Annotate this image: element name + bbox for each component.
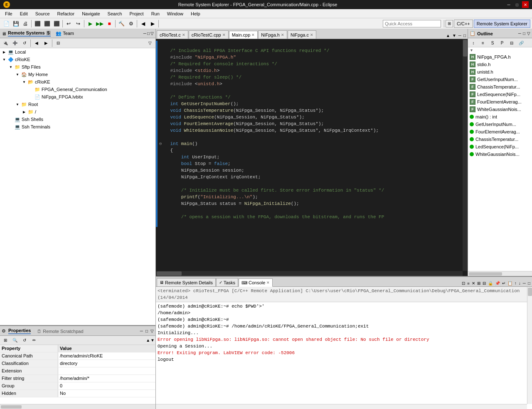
tb-stop[interactable]: ■ — [105, 19, 114, 28]
outline-chassis-func[interactable]: ChassisTemperatur... — [468, 136, 532, 143]
outline-chassis-decl[interactable]: F ChassisTemperatur... — [468, 83, 532, 91]
outline-four-func[interactable]: FourElementAverag... — [468, 128, 532, 136]
tree-myhome[interactable]: ▼ 🏠 My Home — [0, 71, 155, 78]
console-minimize[interactable]: ─ — [522, 280, 527, 286]
rs-maximize[interactable]: □ — [147, 31, 150, 36]
new-button[interactable]: 📄 — [2, 19, 11, 28]
tree-sftp[interactable]: ▼ 📁 Sftp Files — [0, 63, 155, 71]
tab-tasks[interactable]: ✓ Tasks — [216, 278, 238, 286]
tab-remote-system-details[interactable]: 🖥 Remote System Details — [157, 278, 216, 286]
outline-main-func[interactable]: main() : int — [468, 113, 532, 121]
remote-scratchpad-tab[interactable]: 🗒 Remote Scratchpad — [37, 329, 83, 334]
prop-edit[interactable]: ✏ — [30, 336, 39, 345]
rs-connect[interactable]: 🔌 — [1, 39, 10, 48]
outline-maximize[interactable]: □ — [523, 31, 525, 36]
outline-led-func[interactable]: LedSequence(NiFp... — [468, 143, 532, 150]
local-expand[interactable]: ▶ — [2, 49, 7, 54]
tab-nifpga-h[interactable]: NiFpga.h ✕ — [258, 30, 287, 39]
menu-search[interactable]: Search — [104, 10, 126, 18]
outline-hscroll[interactable] — [468, 271, 532, 276]
menu-source[interactable]: Source — [32, 10, 53, 18]
console-content[interactable]: <terminated> cRioTest_FPGA [C/C++ Remote… — [156, 287, 532, 409]
rs-back[interactable]: ◀ — [32, 39, 41, 48]
editor-tab-scroll-down[interactable]: ▼ — [451, 32, 457, 39]
tab-criotestc-close[interactable]: ✕ — [222, 33, 226, 37]
outline-collapse[interactable]: ⊟ — [507, 38, 516, 47]
outline-minimize[interactable]: ─ — [518, 31, 521, 36]
outline-getUserInput-decl[interactable]: F GetUserInputNum... — [468, 76, 532, 83]
outline-unistd-h[interactable]: H unistd.h — [468, 68, 532, 76]
tb-btn-2[interactable]: ⬛ — [33, 19, 42, 28]
tree-lvbitx[interactable]: ▶ 📄 NiFpga_FPGA.lvbitx — [0, 93, 155, 101]
outline-sort[interactable]: ↕ — [469, 38, 478, 47]
tab-console-close[interactable]: ✕ — [266, 281, 270, 285]
menu-edit[interactable]: Edit — [17, 10, 31, 18]
sftp-expand[interactable]: ▼ — [8, 64, 13, 69]
outline-link[interactable]: 🔗 — [517, 38, 526, 47]
myhome-expand[interactable]: ▼ — [15, 72, 20, 77]
tab-main-cpp-close[interactable]: ✕ — [251, 33, 255, 37]
tab-nifpga-h-close[interactable]: ✕ — [281, 33, 284, 37]
prop-filter[interactable]: 🔍 — [10, 336, 20, 345]
outline-white-decl[interactable]: F WhiteGaussianNois... — [468, 106, 532, 113]
tab-console[interactable]: ⌨ Console ✕ — [239, 278, 273, 287]
menu-refactor[interactable]: Refactor — [54, 10, 78, 18]
tree-crioKE-sub[interactable]: ▼ 📂 cRioKE — [0, 78, 155, 86]
outline-getUserInput-func[interactable]: GetUserInputNum... — [468, 121, 532, 128]
console-btn-x[interactable]: ✕ — [471, 280, 476, 286]
maximize-button[interactable]: □ — [514, 1, 520, 8]
rs-new[interactable]: ➕ — [10, 39, 20, 48]
editor-tab-scroll-up[interactable]: ▲ — [445, 32, 451, 39]
tree-fpga-folder[interactable]: ▶ 📁 FPGA_General_Communication — [0, 86, 155, 93]
minimize-button[interactable]: ─ — [505, 1, 512, 8]
prop-maximize[interactable]: □ — [145, 329, 148, 333]
console-maximize[interactable]: □ — [527, 280, 531, 286]
tb-debug[interactable]: ▶▶ — [95, 19, 104, 28]
menu-file[interactable]: File — [2, 10, 16, 18]
cpp-perspective-button[interactable]: C/C++ — [454, 20, 473, 28]
tree-crioKE[interactable]: ▼ 🔷 cRioKE — [0, 56, 155, 63]
outline-menu[interactable]: ▽ — [527, 31, 530, 36]
outline-white-func[interactable]: WhiteGaussianNois... — [468, 150, 532, 158]
tb-run[interactable]: ▶ — [86, 19, 95, 28]
tab-criotest-c[interactable]: cRioTest.c ✕ — [157, 30, 188, 39]
print-button[interactable]: 🖨 — [21, 19, 30, 28]
console-btn-pin[interactable]: 📌 — [494, 280, 501, 286]
crioKE-sub-expand[interactable]: ▼ — [22, 79, 27, 84]
quick-access-input[interactable] — [383, 20, 441, 27]
slash-expand[interactable]: ▶ — [22, 109, 27, 114]
tb-back[interactable]: ◀ — [138, 19, 148, 28]
console-btn-copy[interactable]: 📋 — [507, 280, 513, 286]
tb-btn-build[interactable]: 🔨 — [117, 19, 126, 28]
prop-refresh[interactable]: ↺ — [20, 336, 29, 345]
outline-hide-static[interactable]: S — [488, 38, 497, 47]
tb-btn-3[interactable]: ⬛ — [42, 19, 52, 28]
menu-navigate[interactable]: Navigate — [79, 10, 103, 18]
rs-menu-btn[interactable]: ▽ — [145, 39, 155, 48]
tab-nifpga-c[interactable]: NiFpga.c ✕ — [288, 30, 316, 39]
rs-menu[interactable]: ▽ — [150, 31, 154, 36]
tree-ssh-shells[interactable]: ▶ 💻 Ssh Shells — [0, 116, 155, 123]
tab-criotest-c-close[interactable]: ✕ — [182, 33, 185, 37]
menu-help[interactable]: Help — [187, 10, 204, 18]
tab-main-cpp[interactable]: Main.cpp ✕ — [229, 31, 258, 39]
tb-forward[interactable]: ▶ — [148, 19, 157, 28]
console-btn-scroll-lock[interactable]: 🔒 — [487, 280, 494, 286]
prop-menu[interactable]: ▽ — [150, 329, 154, 333]
close-button[interactable]: ✕ — [522, 1, 529, 8]
outline-led-decl[interactable]: F LedSequence(NiFp... — [468, 91, 532, 98]
rs-minimize[interactable]: ─ — [143, 31, 146, 36]
outline-hide-fields[interactable]: ≡ — [478, 38, 488, 47]
outline-stdio-h[interactable]: H stdio.h — [468, 61, 532, 68]
rs-refresh[interactable]: ↺ — [20, 39, 29, 48]
prop-scroll-up[interactable]: ▲ — [146, 338, 150, 342]
code-block[interactable]: /* Includes all FPGA Interface C API fun… — [159, 41, 466, 227]
rse-perspective-button[interactable]: Remote System Explorer — [474, 20, 530, 28]
tab-criotestc-cpp[interactable]: cRioTestC.cpp ✕ — [189, 30, 229, 39]
tab-nifpga-c-close[interactable]: ✕ — [310, 33, 313, 37]
crioKE-expand[interactable]: ▼ — [2, 57, 7, 62]
menu-project[interactable]: Project — [126, 10, 147, 18]
team-tab[interactable]: 👥 Team — [56, 31, 74, 36]
editor-minimize[interactable]: ─ — [458, 32, 462, 39]
prop-hscroll[interactable] — [0, 404, 155, 409]
